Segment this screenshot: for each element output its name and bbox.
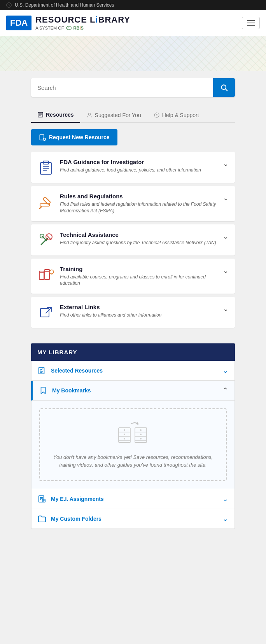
resources-tab-icon xyxy=(37,112,44,118)
main-content: Request New Resource FDA Guidance for In… xyxy=(0,123,266,337)
training-desc: Find available courses, programs and cla… xyxy=(60,274,217,287)
selected-resources-icon xyxy=(38,366,46,375)
clipboard-icon xyxy=(38,159,54,175)
rules-info: Rules and Regulations Find final rules a… xyxy=(60,193,217,214)
rules-icon xyxy=(37,193,54,210)
my-bookmarks-icon xyxy=(39,386,47,395)
external-icon xyxy=(37,304,54,321)
external-info: External Links Find other links to allia… xyxy=(60,304,217,318)
search-button[interactable] xyxy=(213,78,235,97)
training-books-icon xyxy=(38,266,54,282)
hamburger-line-2 xyxy=(247,23,255,23)
search-section xyxy=(0,71,266,104)
fda-guidance-title: FDA Guidance for Investigator xyxy=(60,159,217,165)
svg-rect-50 xyxy=(39,496,44,502)
svg-rect-33 xyxy=(39,368,44,374)
selected-resources-chevron: ⌄ xyxy=(222,366,228,375)
svg-text:⚕: ⚕ xyxy=(9,4,10,6)
tab-resources[interactable]: Resources xyxy=(31,108,80,123)
fda-guidance-icon xyxy=(37,159,54,176)
request-new-resource-button[interactable]: Request New Resource xyxy=(31,129,117,145)
menu-button[interactable] xyxy=(242,17,260,29)
external-link-icon xyxy=(38,304,54,320)
training-title: Training xyxy=(60,266,217,272)
svg-point-49 xyxy=(140,438,142,439)
custom-folders-label: My Custom Folders xyxy=(51,516,218,522)
fda-guidance-desc: Find animal guidance, food guidance, pol… xyxy=(60,167,217,173)
resource-card-rules[interactable]: Rules and Regulations Find final rules a… xyxy=(31,186,235,221)
resource-card-technical[interactable]: Technical Assistance Find frequently ask… xyxy=(31,224,235,256)
svg-text:?: ? xyxy=(156,114,158,117)
svg-point-42 xyxy=(124,438,125,439)
svg-point-41 xyxy=(124,434,125,435)
rules-desc: Find final rules and federal regulation … xyxy=(60,201,217,214)
custom-folders-chevron: ⌄ xyxy=(222,514,228,523)
technical-desc: Find frequently asked questions by the T… xyxy=(60,240,217,246)
request-icon xyxy=(39,134,46,141)
suggested-tab-icon xyxy=(86,112,93,118)
gavel-icon xyxy=(38,194,54,209)
rules-title: Rules and Regulations xyxy=(60,193,217,200)
fda-guidance-chevron: ⌄ xyxy=(223,159,229,168)
fda-badge: FDA xyxy=(6,16,32,30)
hero-banner xyxy=(0,36,266,71)
fda-guidance-info: FDA Guidance for Investigator Find anima… xyxy=(60,159,217,173)
help-tab-icon: ? xyxy=(154,112,160,118)
rbis-leaf-icon xyxy=(66,25,72,31)
custom-folders-icon xyxy=(38,514,46,523)
library-item-ei-assignments[interactable]: My E.I. Assignments ⌄ xyxy=(31,489,235,509)
logo-area: FDA RESOURCE LiBRARY A SYSTEM OF RBiS xyxy=(6,15,130,31)
library-item-custom-folders[interactable]: My Custom Folders ⌄ xyxy=(31,509,235,529)
rules-chevron: ⌄ xyxy=(223,194,229,202)
top-bar: ⚕ U.S. Department of Health and Human Se… xyxy=(0,0,266,10)
my-bookmarks-chevron: ⌃ xyxy=(222,386,228,395)
svg-point-30 xyxy=(50,270,54,274)
resource-card-external[interactable]: External Links Find other links to allia… xyxy=(31,297,235,328)
search-bar xyxy=(31,78,235,97)
logo-title: RESOURCE LiBRARY xyxy=(35,15,130,25)
logo-subtitle: A SYSTEM OF RBiS xyxy=(35,25,130,31)
my-library-section: MY LIBRARY Selected Resources ⌄ My Bookm… xyxy=(0,337,266,535)
wrench-icon xyxy=(38,232,54,248)
my-bookmarks-label: My Bookmarks xyxy=(52,387,218,394)
technical-icon xyxy=(37,231,54,248)
external-title: External Links xyxy=(60,304,217,310)
tab-suggested[interactable]: Suggested For You xyxy=(80,108,147,122)
technical-info: Technical Assistance Find frequently ask… xyxy=(60,231,217,246)
svg-rect-31 xyxy=(40,308,49,317)
library-item-my-bookmarks[interactable]: My Bookmarks ⌃ xyxy=(31,381,235,401)
svg-point-40 xyxy=(124,429,125,431)
technical-chevron: ⌄ xyxy=(223,232,229,241)
empty-state: You don't have any bookmarks yet! Save r… xyxy=(39,408,227,481)
training-icon xyxy=(37,266,54,283)
bookmarks-content: You don't have any bookmarks yet! Save r… xyxy=(31,401,235,489)
hhs-eagle-icon: ⚕ xyxy=(6,2,12,8)
svg-line-4 xyxy=(226,89,228,91)
empty-bookmarks-illustration xyxy=(116,421,150,448)
my-library-header: MY LIBRARY xyxy=(31,343,235,361)
svg-point-48 xyxy=(140,434,142,435)
agency-name: U.S. Department of Health and Human Serv… xyxy=(15,2,114,8)
external-chevron: ⌄ xyxy=(223,304,229,313)
resource-card-fda-guidance[interactable]: FDA Guidance for Investigator Find anima… xyxy=(31,152,235,183)
svg-point-47 xyxy=(140,429,142,431)
library-item-selected-resources[interactable]: Selected Resources ⌄ xyxy=(31,361,235,381)
svg-rect-28 xyxy=(45,270,49,280)
resource-card-training[interactable]: Training Find available courses, program… xyxy=(31,259,235,294)
tab-help[interactable]: ? Help & Support xyxy=(147,108,205,122)
technical-title: Technical Assistance xyxy=(60,231,217,238)
search-icon xyxy=(220,84,228,91)
svg-line-23 xyxy=(40,207,41,208)
tabs: Resources Suggested For You ? Help & Sup… xyxy=(31,108,235,123)
hero-pattern xyxy=(0,36,266,71)
header: FDA RESOURCE LiBRARY A SYSTEM OF RBiS xyxy=(0,10,266,36)
hamburger-line-3 xyxy=(247,25,255,26)
svg-rect-22 xyxy=(43,197,51,205)
svg-point-2 xyxy=(66,26,71,30)
empty-state-icon xyxy=(48,421,218,448)
training-info: Training Find available courses, program… xyxy=(60,266,217,287)
ei-assignments-icon xyxy=(38,495,46,503)
svg-point-9 xyxy=(88,113,90,115)
hamburger-line-1 xyxy=(247,20,255,21)
search-input[interactable] xyxy=(31,78,213,97)
